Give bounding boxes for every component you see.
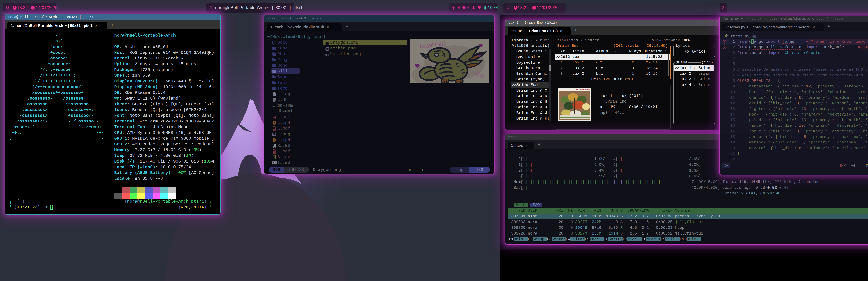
svg-text:LUX BRIAN ENO: LUX BRIAN ENO bbox=[576, 89, 590, 91]
